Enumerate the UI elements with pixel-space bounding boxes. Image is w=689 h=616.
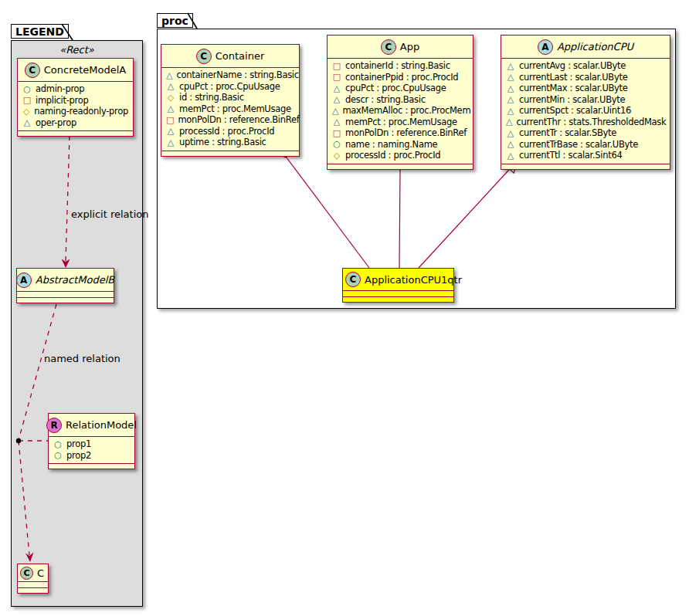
class-applicationcpu-header: A ApplicationCPU [501,36,670,59]
class-applicationcpu1qtr: C ApplicationCPU1qtr [342,268,454,303]
triangle-visibility-icon: △ [506,129,515,137]
empty-compartment [49,463,134,469]
attribute-list: ○prop1○prop2 [49,437,134,463]
attribute-row: △oper-prop [18,117,133,129]
legend-package-title: LEGEND [15,25,64,38]
attribute-row: △maxMemAlloc : proc.ProcMem [328,105,473,117]
triangle-visibility-icon: △ [166,71,172,80]
attribute-text: uptime : string.Basic [179,137,266,147]
attribute-row: △containerName : string.Basic [161,69,299,81]
diagram-canvas: LEGEND proc «Rect» explicit relatio [0,0,689,616]
attribute-row: ○prop1 [49,438,134,450]
attribute-text: currentThr : stats.ThresholdedMask [516,117,666,127]
attribute-row: △currentTtl : scalar.Sint64 [501,150,670,161]
triangle-visibility-icon: △ [506,117,512,126]
class-app: C App □containerId : string.Basic□contai… [327,35,473,170]
attribute-text: currentTtl : scalar.Sint64 [519,150,622,161]
circle-visibility-icon: ○ [53,451,63,459]
triangle-visibility-icon: △ [166,104,175,113]
triangle-visibility-icon: △ [332,95,341,103]
diamond-visibility-icon: ◇ [166,93,175,102]
proc-package-title: proc [161,15,188,27]
attribute-text: monPolDn : reference.BinRef [345,127,467,138]
attribute-text: name : naming.Name [345,139,437,150]
square-visibility-icon: □ [22,96,32,104]
class-applicationcpu1qtr-header: C ApplicationCPU1qtr [343,269,453,291]
attribute-text: currentMin : scalar.UByte [519,94,625,105]
triangle-visibility-icon: △ [506,151,515,160]
triangle-visibility-icon: △ [506,73,515,81]
attribute-text: memPct : proc.MemUsage [345,117,457,127]
attribute-text: processId : proc.ProcId [179,126,274,137]
attribute-row: △processId : proc.ProcId [161,126,299,137]
class-concretemodela: C ConcreteModelA ○admin-prop□implicit-pr… [17,58,134,137]
attribute-row: △currentTrBase : scalar.UByte [501,139,670,151]
attribute-row: □containerPpid : proc.ProcId [328,72,473,83]
square-visibility-icon: □ [166,116,174,124]
attribute-text: currentAvg : scalar.UByte [519,60,626,71]
attribute-row: ◇id : string.Basic [161,92,299,103]
diamond-visibility-icon: ◇ [22,107,30,116]
attribute-text: prop1 [66,438,91,449]
class-abstractmodelb-header: A AbstractModelB [17,269,114,292]
proc-package-tab: proc [157,13,193,28]
class-spot-icon: C [20,567,33,580]
empty-compartment [18,130,133,136]
class-spot-icon: C [196,49,212,64]
diamond-visibility-icon: ◇ [332,151,341,160]
attribute-row: □implicit-prop [18,95,133,107]
triangle-visibility-icon: △ [506,107,515,115]
circle-visibility-icon: ○ [53,440,63,448]
triangle-visibility-icon: △ [506,84,515,93]
attribute-row: ○prop2 [49,450,134,462]
class-c: C C [17,564,49,594]
triangle-visibility-icon: △ [166,127,175,135]
class-container-header: C Container [161,45,299,68]
triangle-visibility-icon: △ [22,118,32,127]
class-name: ConcreteModelA [44,64,127,76]
legend-stereotype: «Rect» [11,44,143,56]
attribute-text: currentMax : scalar.UByte [519,83,628,93]
attribute-text: currentSpct : scalar.Uint16 [519,105,631,116]
attribute-text: containerPpid : proc.ProcId [345,72,458,83]
attribute-text: cpuPct : proc.CpuUsage [179,81,280,92]
attribute-list: △currentAvg : scalar.UByte△currentLast :… [501,59,670,164]
attribute-row: □containerId : string.Basic [328,60,473,72]
attribute-text: descr : string.Basic [345,94,426,105]
triangle-visibility-icon: △ [332,84,341,93]
attribute-row: △currentThr : stats.ThresholdedMask [501,117,670,128]
attribute-text: cpuPct : proc.CpuUsage [345,83,446,93]
triangle-visibility-icon: △ [166,82,175,90]
attribute-row: △currentMin : scalar.UByte [501,94,670,106]
class-relationmodel: R RelationModel ○prop1○prop2 [48,413,135,469]
attribute-row: △currentAvg : scalar.UByte [501,60,670,72]
attribute-list: □containerId : string.Basic□containerPpi… [328,59,473,164]
empty-compartment [18,582,48,587]
attribute-row: ○admin-prop [18,83,133,95]
triangle-visibility-icon: △ [332,107,338,115]
class-abstractmodelb: A AbstractModelB [16,268,114,303]
attribute-row: □monPolDn : reference.BinRef [328,127,473,139]
empty-compartment [17,297,114,303]
attribute-row: ◇processId : proc.ProcId [328,150,473,161]
class-name: AbstractModelB [36,274,115,286]
attribute-row: △currentMax : scalar.UByte [501,83,670,94]
triangle-visibility-icon: △ [332,117,341,126]
attribute-row: △memPct : proc.MemUsage [161,103,299,115]
attribute-text: containerName : string.Basic [176,69,298,80]
square-visibility-icon: □ [332,129,341,137]
attribute-text: currentTr : scalar.SByte [519,127,616,138]
attribute-row: △uptime : string.Basic [161,137,299,148]
class-name: ApplicationCPU [557,41,633,52]
empty-compartment [501,164,670,169]
empty-compartment [343,291,453,296]
class-concretemodela-header: C ConcreteModelA [18,59,133,82]
attribute-text: maxMemAlloc : proc.ProcMem [342,105,470,116]
attribute-text: implicit-prop [36,95,88,106]
triangle-visibility-icon: △ [506,140,515,148]
attribute-row: △currentSpct : scalar.Uint16 [501,105,670,117]
class-name: App [400,41,419,52]
class-name: Container [216,50,265,62]
named-relation-label: named relation [44,353,120,364]
triangle-visibility-icon: △ [166,138,175,147]
